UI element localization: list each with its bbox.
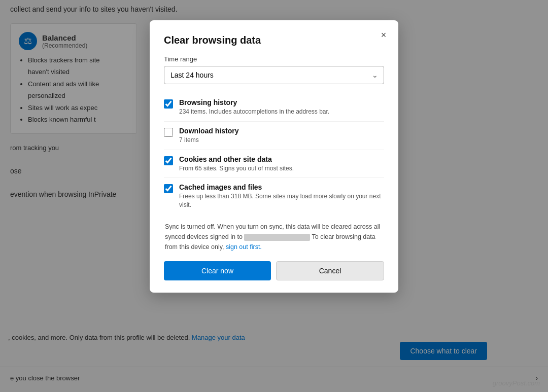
time-range-label: Time range	[164, 55, 384, 63]
dialog-buttons: Clear now Cancel	[164, 261, 384, 280]
download-history-checkbox[interactable]	[164, 128, 173, 137]
cancel-button[interactable]: Cancel	[276, 261, 384, 280]
download-history-title: Download history	[179, 127, 238, 135]
watermark: groovyPost.com	[493, 379, 540, 387]
cookies-title: Cookies and other site data	[179, 155, 294, 163]
cookies-content: Cookies and other site data From 65 site…	[179, 155, 294, 173]
cache-content: Cached images and files Frees up less th…	[179, 183, 384, 209]
browsing-history-desc: 234 items. Includes autocompletions in t…	[179, 108, 329, 116]
browsing-history-content: Browsing history 234 items. Includes aut…	[179, 98, 329, 116]
cookies-desc: From 65 sites. Signs you out of most sit…	[179, 164, 294, 173]
sign-out-link[interactable]: sign out first.	[226, 243, 262, 251]
email-blur	[244, 234, 310, 241]
cache-item: Cached images and files Frees up less th…	[164, 178, 384, 215]
checkbox-section: Browsing history 234 items. Includes aut…	[164, 93, 384, 215]
download-history-desc: 7 items	[179, 136, 238, 145]
time-range-select[interactable]: Last hour Last 24 hours Last 7 days Last…	[164, 66, 384, 84]
browsing-history-checkbox[interactable]	[164, 99, 173, 109]
download-history-item: Download history 7 items	[164, 122, 384, 150]
dialog-title: Clear browsing data	[164, 34, 384, 46]
time-range-wrapper: Last hour Last 24 hours Last 7 days Last…	[164, 66, 384, 84]
browsing-history-title: Browsing history	[179, 98, 329, 106]
cookies-checkbox[interactable]	[164, 156, 173, 165]
sync-notice: Sync is turned off. When you turn on syn…	[164, 222, 384, 252]
modal-overlay: × Clear browsing data Time range Last ho…	[0, 0, 548, 392]
cookies-item: Cookies and other site data From 65 site…	[164, 150, 384, 179]
download-history-content: Download history 7 items	[179, 127, 238, 145]
clear-browsing-data-dialog: × Clear browsing data Time range Last ho…	[150, 20, 398, 293]
browsing-history-item: Browsing history 234 items. Includes aut…	[164, 93, 384, 122]
cache-desc: Frees up less than 318 MB. Some sites ma…	[179, 192, 384, 209]
cache-checkbox[interactable]	[164, 184, 173, 193]
clear-now-button[interactable]: Clear now	[164, 261, 271, 280]
close-button[interactable]: ×	[376, 27, 391, 43]
cache-title: Cached images and files	[179, 183, 384, 191]
